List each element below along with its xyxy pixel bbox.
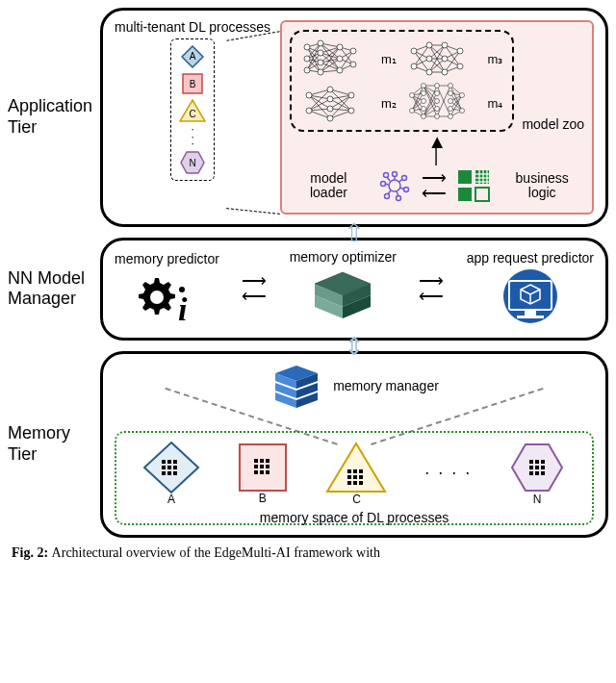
connector-nn-mem: ⇕ [100,337,608,357]
svg-rect-218 [254,465,258,468]
mem-n-label: N [533,493,542,506]
svg-point-152 [448,91,452,96]
loader-biz-arrows: ⟶⟵ [422,171,447,201]
svg-rect-182 [475,188,489,201]
model-zoo-box: m₁ [290,30,514,132]
memory-tier-row: Memory Tier memory manager [8,351,608,538]
tenants-label: multi-tenant DL processes [115,20,270,35]
svg-point-156 [459,93,464,98]
svg-rect-227 [359,469,363,473]
optimizer-apppred-arrows: ⟶⟵ [419,274,444,304]
svg-rect-210 [173,466,177,469]
model-m4-label: m₄ [488,96,503,111]
connector-app-nn: ⇧ [100,223,608,243]
svg-point-47 [337,67,343,73]
svg-point-78 [442,69,448,75]
model-m2-label: m₂ [381,96,397,111]
mem-c-label: C [352,493,361,506]
svg-rect-223 [266,470,270,474]
svg-point-149 [434,107,439,112]
svg-rect-230 [359,475,363,479]
figure-caption: Fig. 2: Architectural overview of the Ed… [8,545,608,561]
arrow-zoo-to-loader: ▲│ [290,136,584,159]
svg-point-148 [434,99,439,104]
model-loader-label: model loader [290,171,368,201]
svg-point-38 [304,44,310,50]
monitor-cube-icon [496,269,565,327]
svg-rect-211 [162,471,166,475]
svg-point-158 [389,180,400,191]
svg-point-101 [327,106,333,112]
nn-tier-label: NN Model Manager [8,268,100,310]
nn-tier-row: NN Model Manager memory predictor i ⟶⟵ [8,238,608,341]
neural-net-icon [408,38,486,80]
svg-rect-238 [529,466,533,469]
process-b-detail: m₁ [280,20,594,215]
svg-rect-206 [167,460,171,464]
svg-point-99 [327,87,333,92]
svg-point-141 [421,84,425,89]
mem-ellipsis: · · · · [424,463,472,483]
model-m3: m₃ [408,38,503,80]
svg-point-79 [457,48,463,54]
neural-net-icon [301,38,379,80]
memory-manager-fanout [139,414,570,427]
svg-rect-212 [167,471,171,475]
svg-point-142 [421,91,425,96]
svg-rect-228 [347,475,351,479]
svg-point-72 [411,63,417,69]
memory-tier-box: memory manager A [100,351,608,538]
svg-point-100 [327,96,333,102]
svg-point-42 [318,50,323,56]
gear-info-icon: i [136,270,197,326]
svg-point-75 [426,69,432,75]
svg-point-185 [179,287,185,292]
app-request-predictor-label: app request predictor [467,251,594,266]
svg-point-157 [459,109,464,114]
tenant-b-shape: B [181,72,204,95]
svg-rect-222 [260,470,264,474]
svg-point-151 [448,84,452,89]
memory-predictor: memory predictor i [115,252,219,326]
model-m4: m₄ [408,82,503,124]
svg-rect-236 [535,460,539,464]
svg-rect-173 [458,170,472,184]
svg-line-170 [388,190,391,194]
svg-point-144 [421,107,425,112]
svg-point-145 [421,114,425,119]
svg-rect-233 [359,481,363,485]
svg-point-39 [304,56,310,62]
svg-point-41 [318,40,323,46]
model-m1: m₁ [301,38,397,80]
hexagon-mem-icon [508,441,566,494]
svg-rect-175 [458,188,472,201]
tenant-a-shape: A [181,45,204,68]
svg-point-44 [318,69,323,75]
svg-rect-240 [541,466,545,469]
svg-point-164 [380,182,385,187]
model-m2: m₂ [301,82,397,124]
svg-point-77 [442,56,448,62]
mem-process-a: A [142,441,200,506]
svg-text:A: A [190,51,196,62]
svg-rect-209 [167,466,171,469]
mem-b-label: B [259,492,267,505]
svg-point-154 [448,107,452,112]
model-zoo-label: model zoo [522,117,584,132]
neural-net-icon [408,82,486,124]
memory-tier-label: Memory Tier [8,423,100,465]
svg-line-172 [387,177,390,181]
svg-rect-241 [529,471,533,475]
svg-point-97 [306,92,312,98]
svg-rect-208 [162,466,166,469]
application-tier-row: Application Tier multi-tenant DL process… [8,8,608,227]
svg-point-139 [409,93,414,98]
svg-point-183 [150,291,164,304]
svg-rect-235 [529,460,533,464]
svg-rect-213 [173,471,177,475]
svg-point-162 [396,196,400,201]
svg-rect-219 [260,465,264,468]
svg-rect-243 [541,471,545,475]
svg-rect-205 [162,460,166,464]
svg-text:B: B [190,79,196,89]
